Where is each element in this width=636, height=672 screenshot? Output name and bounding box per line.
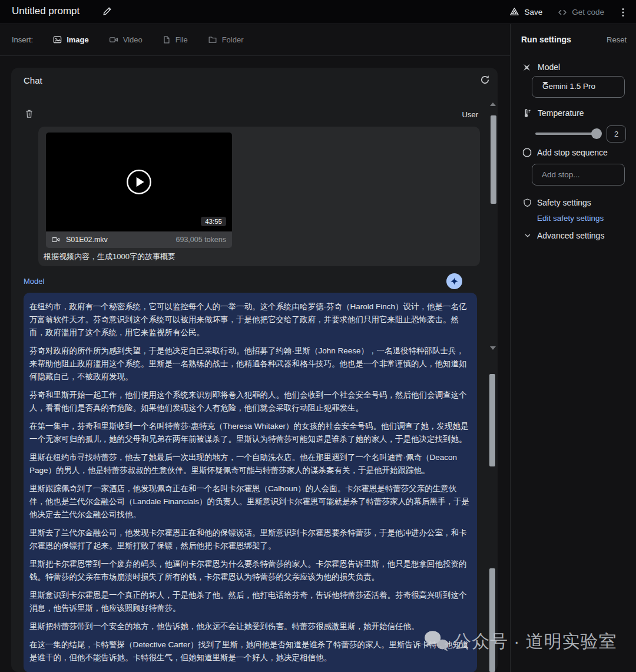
insert-image-label: Image [67, 35, 89, 44]
model-paragraph: 在纽约市，政府有一个秘密系统，它可以监控每个人的一举一动。这个系统由哈罗德·芬奇… [29, 300, 470, 339]
model-paragraph: 里斯意识到卡尔霍恩是一个真正的坏人，于是他杀了他。然后，他打电话给芬奇，告诉他特… [29, 589, 470, 615]
video-token-count: 693,005 tokens [176, 236, 227, 244]
advanced-settings-label[interactable]: Advanced settings [537, 231, 604, 240]
code-icon [558, 8, 567, 17]
run-settings-title: Run settings [521, 35, 571, 44]
file-icon [163, 35, 171, 44]
model-paragraph: 里斯去了兰代尔金融公司，他发现卡尔霍恩正在和他的保镖说话。里斯意识到卡尔霍恩要杀… [29, 527, 470, 552]
insert-video-label: Video [123, 35, 143, 44]
user-turn: 43:55 S01E02.mkv 693,005 tokens 根据视频内容，生… [38, 127, 480, 266]
save-button[interactable]: Save [509, 7, 542, 17]
insert-file-label: File [175, 35, 188, 44]
model-paragraph: 里斯跟踪佩奇到了一家酒店，他发现佩奇正在和一个名叫卡尔霍恩（Calhoun）的人… [29, 482, 470, 521]
scroll-down-arrow[interactable] [490, 346, 496, 350]
wechat-bubbles-icon [423, 629, 451, 654]
insert-file-button[interactable]: File [163, 35, 188, 44]
user-role-label: User [462, 110, 478, 119]
folder-icon [208, 35, 217, 44]
spark-icon[interactable] [446, 273, 462, 289]
video-file-bar: S01E02.mkv 693,005 tokens [46, 231, 232, 248]
insert-folder-button[interactable]: Folder [208, 35, 244, 44]
model-section-label: Model [538, 62, 560, 72]
reset-button[interactable]: Reset [607, 35, 627, 44]
video-icon [109, 35, 118, 44]
insert-label: Insert: [12, 35, 33, 44]
response-scrollbar-thumb[interactable] [489, 374, 495, 466]
trash-icon[interactable] [25, 109, 34, 118]
model-paragraph: 里斯把特蕾莎带到一个安全的地方，他告诉她，他永远不会让她受到伤害。特蕾莎很感激里… [29, 620, 470, 633]
shield-icon [523, 198, 532, 207]
temperature-value[interactable]: 2 [607, 125, 626, 143]
stop-sequence-label: Add stop sequence [537, 148, 608, 157]
chat-title: Chat [24, 75, 42, 85]
temperature-slider-thumb[interactable] [591, 128, 602, 139]
insert-toolbar: Insert: Image Video File Folder [0, 24, 510, 56]
chevron-down-icon [542, 82, 548, 85]
insert-folder-label: Folder [222, 35, 244, 44]
stop-sequence-input[interactable] [532, 164, 625, 186]
model-role-label: Model [24, 277, 44, 286]
get-code-label: Get code [572, 8, 604, 16]
model-paragraph: 在第一集中，芬奇和里斯收到一个名叫特蕾莎·惠特克（Theresa Whitake… [29, 420, 470, 446]
kebab-menu-icon[interactable] [620, 6, 627, 18]
model-response[interactable]: 在纽约市，政府有一个秘密系统，它可以监控每个人的一举一动。这个系统由哈罗德·芬奇… [24, 293, 477, 672]
camera-icon [51, 236, 60, 244]
edit-safety-settings-link[interactable]: Edit safety settings [537, 214, 604, 223]
chat-panel: Chat User 43:55 S01E02.mkv 693,005 token… [11, 68, 498, 672]
model-paragraph: 在这一集的结尾，卡特警探（Detective Carter）找到了里斯，她问他是… [29, 638, 470, 664]
model-dropdown-value: Gemini 1.5 Pro [542, 82, 595, 91]
save-label: Save [524, 8, 542, 16]
video-duration-badge: 43:55 [201, 217, 226, 226]
advanced-chevron-icon[interactable] [524, 231, 532, 240]
response-scrollbar-thumb[interactable] [489, 568, 495, 672]
top-bar: Untitled prompt Save Get code [0, 0, 636, 24]
user-prompt-text: 根据视频内容，生成1000字的故事概要 [44, 251, 175, 262]
video-filename: S01E02.mkv [66, 236, 108, 244]
model-paragraph: 芬奇和里斯开始一起工作，他们使用这个系统来识别即将卷入犯罪的人。他们会收到一个社… [29, 389, 470, 415]
temperature-label: Temperature [538, 108, 584, 118]
scroll-up-arrow[interactable] [490, 102, 496, 106]
refresh-icon[interactable] [480, 75, 490, 85]
model-paragraph: 里斯把卡尔霍恩带到一个废弃的码头，他逼问卡尔霍恩为什么要杀特蕾莎的家人。卡尔霍恩… [29, 558, 470, 584]
thermometer-icon [522, 108, 532, 118]
model-paragraph: 芬奇对政府的所作所为感到失望，于是他决定自己采取行动。他招募了约翰·里斯（Joh… [29, 345, 470, 383]
stop-octagon-icon [522, 148, 532, 157]
get-code-button[interactable]: Get code [558, 8, 604, 17]
chat-scrollbar-thumb[interactable] [491, 115, 496, 204]
video-thumbnail[interactable]: 43:55 [46, 133, 232, 231]
play-icon[interactable] [125, 168, 153, 196]
model-paragraph: 里斯在纽约市寻找特蕾莎，他去了她最后一次出现的地方，一个自助洗衣店。他在那里遇到… [29, 451, 470, 477]
image-icon [53, 35, 62, 44]
model-dropdown[interactable]: Gemini 1.5 Pro [532, 76, 625, 98]
edit-title-pencil-icon[interactable] [102, 6, 112, 16]
insert-image-button[interactable]: Image [53, 35, 89, 44]
save-drive-icon [509, 7, 519, 17]
insert-video-button[interactable]: Video [109, 35, 143, 44]
model-icon [522, 63, 531, 72]
watermark-text: 公众号 · 道明实验室 [453, 630, 617, 654]
run-settings-panel: Run settings Reset Model Gemini 1.5 Pro … [510, 24, 636, 672]
watermark: 公众号 · 道明实验室 [423, 629, 617, 654]
topbar-actions: Save Get code [509, 0, 627, 24]
safety-settings-label: Safety settings [537, 198, 591, 207]
page-title: Untitled prompt [12, 5, 80, 17]
